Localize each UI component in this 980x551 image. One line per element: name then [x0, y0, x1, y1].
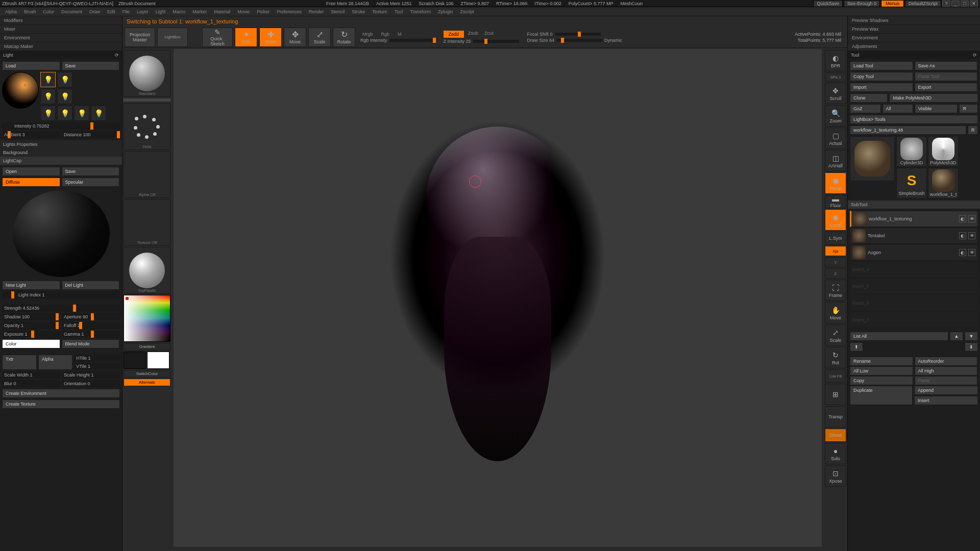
window-min-icon[interactable]: _: [951, 1, 960, 7]
lightcap-open-button[interactable]: Open: [2, 167, 60, 176]
light-load-button[interactable]: Load: [2, 61, 60, 70]
opacity-slider[interactable]: Opacity 1: [2, 322, 60, 329]
scroll-button[interactable]: ✥Scroll: [825, 83, 846, 104]
rotate-mode-button[interactable]: ↻Rotate: [333, 28, 355, 47]
menu-texture[interactable]: Texture: [369, 8, 390, 15]
goz-button[interactable]: GoZ: [850, 104, 881, 113]
quicksketch-button[interactable]: ✎Quick Sketch: [202, 28, 233, 47]
menu-draw[interactable]: Draw: [86, 8, 103, 15]
persp-button[interactable]: ▣Persp: [825, 172, 846, 194]
menu-render[interactable]: Render: [306, 8, 327, 15]
light-8-toggle[interactable]: 💡: [91, 106, 106, 121]
menu-document[interactable]: Document: [58, 8, 85, 15]
light-6-toggle[interactable]: 💡: [57, 106, 72, 121]
subtool-vis-icon[interactable]: 👁: [968, 249, 975, 256]
spix-slider[interactable]: SPix 3: [825, 72, 846, 82]
zoom-button[interactable]: 🔍Zoom: [825, 105, 846, 127]
export-button[interactable]: Export: [915, 83, 978, 92]
xpose-button[interactable]: ⊡Xpose: [825, 465, 846, 487]
goz-all-button[interactable]: All: [883, 104, 914, 113]
lightcap-save-button[interactable]: Save: [62, 167, 120, 176]
import-button[interactable]: Import: [850, 83, 913, 92]
duplicate-button[interactable]: Duplicate: [850, 386, 913, 405]
specular-button[interactable]: Specular: [62, 178, 120, 187]
subtool-paint-icon[interactable]: ◐: [959, 232, 966, 239]
xyz-button[interactable]: Xyz: [825, 246, 846, 256]
color-picker[interactable]: [124, 295, 170, 342]
linefill-button[interactable]: Line Fill: [825, 369, 846, 383]
seethrough-slider[interactable]: See-through 0: [844, 0, 880, 7]
current-tool-name[interactable]: workflow_1_texturing.48: [850, 126, 966, 135]
menu-file[interactable]: File: [119, 8, 133, 15]
menu-stencil[interactable]: Stencil: [328, 8, 348, 15]
render-environment-section[interactable]: Environment: [848, 34, 980, 42]
stroke-selector[interactable]: Dots: [124, 103, 170, 150]
window-help-icon[interactable]: ?: [942, 1, 950, 7]
falloff-slider[interactable]: Falloff 2: [62, 322, 120, 329]
lightbox-button[interactable]: LightBox: [157, 28, 188, 47]
zsub-toggle[interactable]: Zsub: [466, 31, 480, 38]
diffuse-button[interactable]: Diffuse: [2, 178, 60, 187]
texture-selector[interactable]: Texture Off: [124, 199, 170, 246]
shadow-slider[interactable]: Shadow 100: [2, 313, 60, 320]
light-save-button[interactable]: Save: [62, 61, 120, 70]
projection-master-button[interactable]: Projection Master: [125, 28, 155, 47]
menu-picker[interactable]: Picker: [254, 8, 273, 15]
menu-movie[interactable]: Movie: [234, 8, 253, 15]
subtool-row-5[interactable]: Insert_6: [850, 295, 978, 311]
switchcolor-button[interactable]: SwitchColor: [124, 370, 170, 378]
light-palette-header[interactable]: Light ⟳: [0, 51, 122, 59]
rgb-toggle[interactable]: Rgb: [379, 32, 392, 37]
aperture-slider[interactable]: Aperture 90: [62, 313, 120, 320]
all-low-button[interactable]: All Low: [850, 366, 913, 375]
menu-brush[interactable]: Brush: [21, 8, 39, 15]
distance-slider[interactable]: Distance 100: [62, 131, 120, 138]
lightcap-color-swatch[interactable]: Color: [2, 339, 60, 348]
environment-section[interactable]: Environment: [0, 34, 122, 42]
primary-color-swatch[interactable]: [147, 352, 169, 369]
background-header[interactable]: Background: [0, 148, 122, 157]
goz-visible-button[interactable]: Visible: [915, 104, 958, 113]
dynamic-toggle[interactable]: Dynamic: [604, 38, 622, 43]
txtr-button[interactable]: Txtr: [2, 355, 37, 370]
create-environment-button[interactable]: Create Environment: [2, 389, 120, 398]
alternate-button[interactable]: Alternate: [124, 379, 170, 386]
append-button[interactable]: Append: [914, 386, 978, 395]
menu-transform[interactable]: Transform: [407, 8, 434, 15]
paste-tool-button[interactable]: Paste Tool: [915, 72, 978, 81]
list-all-button[interactable]: List All: [850, 332, 948, 341]
zadd-toggle[interactable]: Zadd: [444, 31, 464, 38]
brush-selector[interactable]: Standard: [124, 50, 170, 97]
material-selector[interactable]: ToyPlastic: [124, 247, 170, 294]
actual-button[interactable]: ▢Actual: [825, 128, 846, 149]
canvas[interactable]: [174, 49, 822, 547]
gradient-toggle[interactable]: Gradient: [124, 343, 170, 350]
rgb-intensity-slider[interactable]: [389, 39, 435, 42]
adjustments-section[interactable]: Adjustments: [848, 42, 980, 51]
insert-button[interactable]: Insert: [914, 396, 978, 405]
gamma-slider[interactable]: Gamma 1: [62, 331, 120, 338]
zintensity-slider[interactable]: [473, 40, 519, 43]
local-button[interactable]: ◉Local: [825, 209, 846, 231]
move-down-button[interactable]: ⬇: [965, 342, 978, 352]
lightbox-tools-button[interactable]: Lightbox> Tools: [850, 115, 978, 124]
subtool-row-3[interactable]: Insert_4: [850, 261, 978, 278]
light-3-toggle[interactable]: 💡: [40, 89, 56, 104]
bpr-button[interactable]: ◐BPR: [825, 50, 846, 71]
vtile-slider[interactable]: VTile 1: [74, 363, 120, 370]
menu-preferences[interactable]: Preferences: [274, 8, 305, 15]
subtool-row-2[interactable]: Augen ◐ 👁: [850, 244, 978, 261]
new-light-button[interactable]: New Light: [2, 281, 60, 290]
htile-slider[interactable]: HTile 1: [74, 355, 120, 362]
solo-button[interactable]: ●Solo: [825, 443, 846, 464]
subtool-row-0[interactable]: workflow_1_texturing ◐ 👁: [850, 211, 978, 227]
menu-tool[interactable]: Tool: [391, 8, 406, 15]
tool-thumb-4[interactable]: workflow_1_t: [928, 168, 959, 198]
subtool-vis-icon[interactable]: 👁: [968, 215, 975, 222]
polyframe-button[interactable]: ⊞: [825, 384, 846, 405]
lc-alpha-button[interactable]: Alpha: [38, 355, 73, 370]
focalshift-slider[interactable]: [555, 33, 601, 36]
tool-r-button[interactable]: R: [968, 126, 978, 135]
light-direction-sphere[interactable]: [2, 72, 39, 109]
subtool-up-button[interactable]: ▲: [950, 332, 963, 341]
